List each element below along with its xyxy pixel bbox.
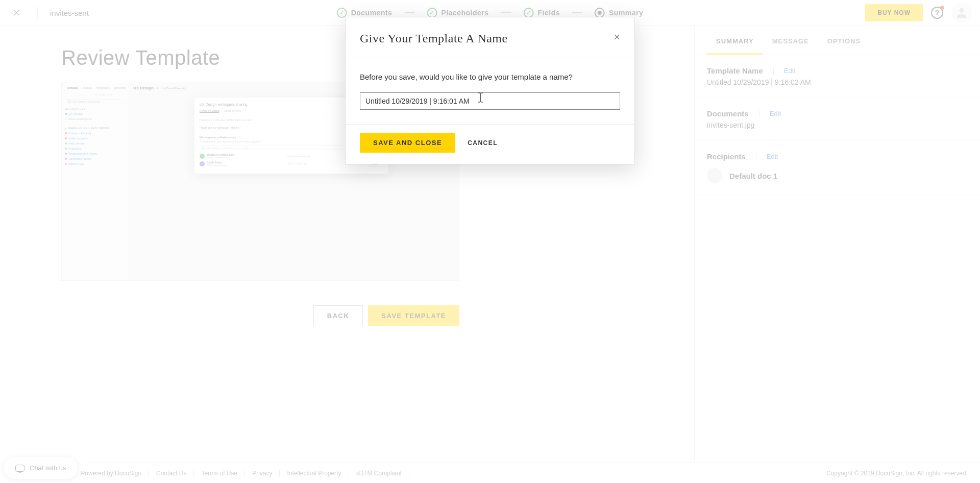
modal-body: Before you save, would you like to give … — [346, 58, 634, 124]
modal-prompt: Before you save, would you like to give … — [360, 73, 620, 81]
modal-title: Give Your Template A Name — [360, 32, 508, 45]
template-name-input[interactable] — [360, 92, 620, 110]
save-and-close-button[interactable]: SAVE AND CLOSE — [360, 133, 455, 153]
modal-footer: SAVE AND CLOSE CANCEL — [346, 124, 634, 164]
name-template-modal: Give Your Template A Name × Before you s… — [345, 17, 635, 164]
modal-overlay[interactable]: Give Your Template A Name × Before you s… — [0, 0, 980, 483]
close-icon[interactable]: × — [614, 32, 620, 43]
modal-header: Give Your Template A Name × — [346, 17, 634, 58]
cancel-button[interactable]: CANCEL — [462, 133, 503, 153]
